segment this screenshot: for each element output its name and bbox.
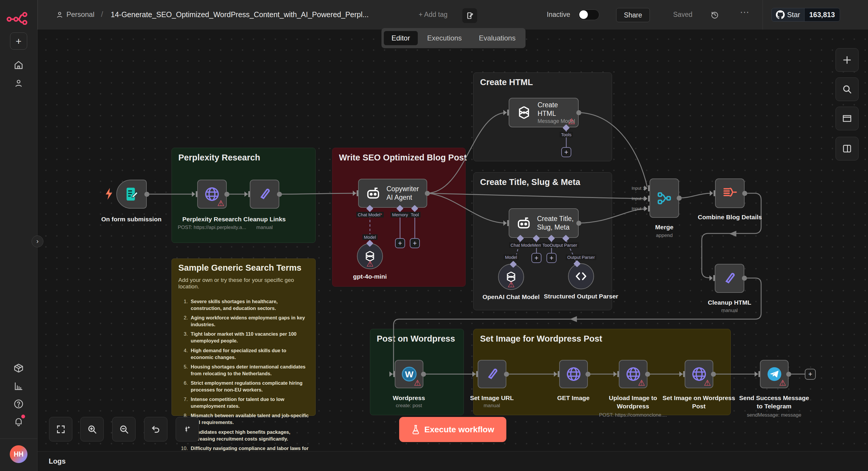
input-port[interactable] [644, 196, 650, 202]
sidebar-item-notifications[interactable] [10, 413, 27, 431]
output-port[interactable] [576, 110, 581, 115]
output-port[interactable] [425, 191, 430, 196]
search-button[interactable] [836, 78, 859, 101]
add-node-button[interactable] [836, 48, 859, 72]
tab-evaluations[interactable]: Evaluations [471, 31, 523, 45]
node-set-image-on-wordpress-post[interactable]: ⚠ [685, 360, 713, 388]
output-port[interactable] [711, 372, 716, 377]
add-tools-button[interactable]: + [561, 147, 571, 157]
more-options-button[interactable]: ⋯ [740, 6, 750, 18]
tidy-up-button[interactable] [176, 417, 199, 441]
node-structured-output-parser[interactable] [568, 263, 594, 289]
input-port[interactable] [390, 371, 395, 377]
input-port[interactable] [679, 371, 685, 377]
node-set-image-url[interactable] [478, 360, 506, 388]
output-port[interactable] [645, 372, 650, 377]
output-port[interactable] [576, 221, 581, 226]
node-title: Create Title, Slug, Meta [537, 214, 576, 232]
tab-editor[interactable]: Editor [384, 31, 418, 45]
sidebar-item-templates[interactable] [10, 359, 27, 377]
active-toggle[interactable] [578, 9, 599, 20]
toggle-panel-button[interactable] [836, 137, 859, 160]
input-port[interactable] [353, 190, 359, 196]
node-on-form-submission[interactable] [116, 180, 147, 209]
output-port[interactable] [504, 372, 509, 377]
input-port[interactable] [554, 371, 560, 377]
breadcrumb-project[interactable]: Personal [66, 10, 94, 19]
github-star-button[interactable]: Star [772, 8, 804, 21]
zoom-to-fit-button[interactable] [49, 417, 72, 441]
history-icon[interactable] [710, 10, 719, 19]
sidebar-item-help[interactable] [10, 395, 27, 413]
node-merge[interactable] [650, 178, 679, 218]
node-create-html[interactable]: Create HTML Message Model ⚠ [509, 98, 579, 127]
node-create-title-slug-meta[interactable]: Create Title, Slug, Meta [509, 208, 579, 238]
divider [763, 0, 763, 30]
merge-input-label: Input 2 [613, 196, 645, 201]
node-openai-chat-model[interactable]: ⚠ [498, 264, 524, 290]
output-port[interactable] [742, 276, 747, 281]
input-port[interactable] [709, 275, 715, 281]
sidebar-item-insights[interactable] [10, 377, 27, 395]
share-button[interactable]: Share [616, 8, 650, 22]
sidebar-expand-chevron[interactable]: › [32, 235, 43, 247]
add-tool-button[interactable]: + [547, 253, 557, 263]
group-create-title-slug-meta[interactable]: Create Title, Slug & Meta [473, 172, 612, 310]
input-port[interactable] [710, 190, 716, 196]
edit-note-button[interactable] [462, 8, 477, 23]
output-port[interactable] [742, 191, 747, 196]
input-port[interactable] [244, 191, 250, 197]
node-combine-blog-details[interactable] [715, 178, 745, 208]
add-tag-button[interactable]: + Add tag [418, 11, 447, 19]
node-perplexity-research[interactable]: ⚠ [197, 180, 227, 209]
fit-view-icon [56, 424, 66, 434]
zoom-out-button[interactable] [112, 417, 135, 441]
zoom-in-button[interactable] [80, 417, 104, 441]
sidebar-item-personal[interactable] [10, 75, 27, 92]
workflow-canvas[interactable]: Perplexity Research Write SEO Optimized … [37, 30, 868, 451]
add-memory-button[interactable]: + [395, 238, 405, 248]
sidebar-item-overview[interactable] [10, 56, 27, 74]
node-gpt-4o-mini[interactable]: ⚠ [357, 243, 383, 269]
tab-executions[interactable]: Executions [420, 31, 469, 45]
input-port[interactable] [472, 371, 478, 377]
input-port[interactable] [503, 220, 509, 226]
node-label: Merge [655, 223, 674, 231]
input-port[interactable] [614, 371, 619, 377]
input-port[interactable] [503, 110, 509, 116]
input-port[interactable] [192, 191, 198, 197]
add-node-endpoint-button[interactable]: + [805, 369, 816, 380]
undo-button[interactable] [144, 417, 167, 441]
flask-icon [411, 424, 420, 435]
add-memory-button[interactable]: + [531, 253, 541, 263]
workflow-title[interactable]: 14-Generate_SEO_Optimized_WordPress_Cont… [111, 10, 369, 19]
output-port[interactable] [677, 196, 682, 201]
input-port[interactable] [644, 185, 650, 191]
execute-workflow-button[interactable]: Execute workflow [399, 417, 506, 442]
input-port[interactable] [755, 371, 761, 377]
sticky-note[interactable]: Sample Generic Search Terms Add your own… [172, 259, 316, 416]
new-workflow-button[interactable]: + [10, 32, 27, 50]
output-port[interactable] [786, 372, 791, 377]
node-send-telegram[interactable]: ⚠ [760, 360, 788, 388]
user-icon [13, 78, 24, 88]
node-label: Cleanup Links [243, 215, 286, 224]
output-port[interactable] [144, 192, 149, 197]
output-port[interactable] [585, 372, 590, 377]
node-cleanup-links[interactable] [250, 180, 279, 209]
add-tool-button[interactable]: + [410, 238, 420, 248]
node-upload-image-to-wordpress[interactable]: ⚠ [619, 360, 647, 388]
node-copywriter-ai-agent[interactable]: Copywriter AI Agent [358, 179, 427, 208]
github-star-widget[interactable]: Star 163,813 [771, 8, 840, 22]
output-port[interactable] [224, 192, 229, 197]
node-get-image[interactable] [559, 360, 588, 388]
output-port[interactable] [421, 372, 426, 377]
help-icon [13, 399, 24, 409]
node-cleanup-html[interactable] [715, 264, 744, 293]
output-port[interactable] [277, 192, 282, 197]
node-wordpress[interactable]: W ⚠ [395, 360, 423, 388]
avatar[interactable]: HH [10, 445, 27, 463]
logs-panel[interactable]: Logs [37, 451, 868, 471]
input-port[interactable] [644, 206, 650, 212]
sticky-note-button[interactable] [836, 107, 859, 130]
